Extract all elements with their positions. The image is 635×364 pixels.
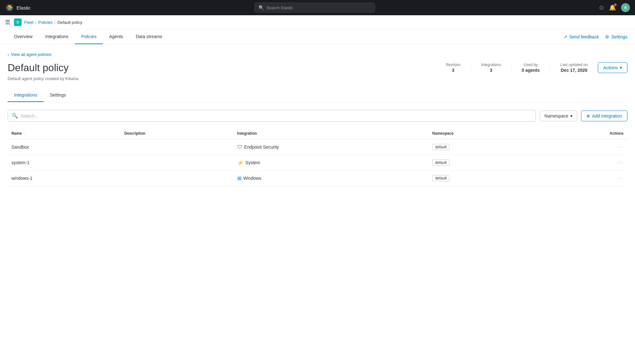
actions-button[interactable]: Actions ▾ [598,62,627,73]
namespace-filter-button[interactable]: Namespace ▾ [540,111,577,121]
revision-label: Revision [446,63,460,67]
nav-right-actions: ↗ Send feedback ⚙ Settings [564,34,627,39]
namespace-badge: default [432,159,449,166]
breadcrumb-bar: ☰ D Fleet / Policies / Default policy [0,15,635,30]
topbar: Elastic 🔍 Search Elastic ⊙ 🔔 A [0,0,635,15]
menu-toggle-button[interactable]: ☰ [5,19,10,26]
main-nav: Overview Integrations Policies Agents Da… [0,30,635,44]
user-avatar[interactable]: A [621,3,630,12]
col-header-name: Name ↑ [8,128,121,139]
table-row: Sandbox 🛡 Endpoint Security default ··· [8,139,627,155]
search-icon: 🔍 [259,5,264,10]
global-search-box[interactable]: 🔍 Search Elastic [254,3,375,13]
integration-name: Windows [243,176,261,181]
actions-label: Actions [603,65,618,70]
policy-title-area: Default policy [8,62,69,74]
help-icon[interactable]: ⊙ [599,4,604,11]
table-row: system-1 ⚡ System default ··· [8,155,627,171]
system-icon: ⚡ [237,160,244,166]
row-name: system-1 [8,155,121,171]
endpoint-security-icon: 🛡 [237,144,242,150]
app-logo[interactable]: Elastic [5,3,30,12]
row-integration: ⚡ System [233,155,429,171]
gear-icon: ⚙ [605,34,609,39]
app-icon-badge: D [14,18,22,26]
back-to-policies-link[interactable]: ‹ View all agent policies [8,52,627,57]
meta-divider-1 [470,62,471,73]
send-feedback-label: Send feedback [569,34,599,39]
policy-meta: Revision 3 Integrations 3 Used by 0 agen… [446,62,627,73]
search-input-icon: 🔍 [12,113,18,119]
used-by-meta: Used by 0 agents [522,63,540,73]
integration-cell: 🛡 Endpoint Security [237,144,425,150]
add-integration-label: Add integration [592,113,622,118]
last-updated-label: Last updated on [560,63,588,67]
breadcrumb-fleet-link[interactable]: Fleet [24,20,33,25]
breadcrumb: Fleet / Policies / Default policy [24,20,82,25]
meta-divider-2 [511,62,511,73]
last-updated-value: Dec 17, 2020 [561,68,587,73]
revision-value: 3 [452,68,455,73]
revision-meta: Revision 3 [446,63,460,73]
content-area: ‹ View all agent policies Default policy… [0,44,635,194]
windows-icon: ⊞ [237,175,241,181]
search-area: 🔍 Search Elastic [34,3,595,13]
integrations-count-label: Integrations [481,63,501,67]
tab-data-streams[interactable]: Data streams [129,30,168,44]
col-header-actions: Actions [542,128,627,139]
last-updated-meta: Last updated on Dec 17, 2020 [560,63,588,73]
table-body: Sandbox 🛡 Endpoint Security default ··· … [8,139,627,186]
row-name: Sandbox [8,139,121,155]
namespace-chevron-icon: ▾ [570,113,572,118]
integration-name: System [246,160,260,165]
integrations-search-wrap[interactable]: 🔍 [8,110,536,122]
meta-divider-3 [550,62,550,73]
col-header-description: Description [121,128,233,139]
row-actions-button[interactable]: ··· [618,144,624,150]
row-actions: ··· [542,139,627,155]
breadcrumb-current: Default policy [57,20,82,25]
tab-policies[interactable]: Policies [75,30,103,44]
integrations-search-input[interactable] [21,113,532,118]
sub-tabs: Integrations Settings [8,89,627,102]
used-by-value: 0 agents [522,68,540,73]
table-header-row: Name ↑ Description Integration Namespace… [8,128,627,139]
settings-button[interactable]: ⚙ Settings [605,34,627,39]
breadcrumb-policies-link[interactable]: Policies [38,20,53,25]
svg-point-3 [7,7,9,9]
col-header-namespace: Namespace [429,128,542,139]
row-description [121,139,233,155]
sub-tab-integrations[interactable]: Integrations [8,89,44,102]
integration-cell: ⚡ System [237,160,425,166]
policy-title: Default policy [8,62,69,74]
row-actions: ··· [542,171,627,186]
notifications-icon[interactable]: 🔔 [609,4,616,11]
row-name: windows-1 [8,171,121,186]
search-placeholder-text: Search Elastic [267,5,293,10]
integration-name: Endpoint Security [244,145,279,150]
settings-label: Settings [611,34,627,39]
namespace-label: Namespace [544,113,568,118]
tab-overview[interactable]: Overview [8,30,39,44]
row-namespace: default [429,139,542,155]
chevron-down-icon: ▾ [620,65,622,70]
back-link-text: View all agent policies [11,52,51,57]
add-integration-button[interactable]: ⊕ Add integration [581,111,627,121]
table-row: windows-1 ⊞ Windows default ··· [8,171,627,186]
tab-agents[interactable]: Agents [103,30,130,44]
sort-icon: ↑ [23,131,25,135]
table-head: Name ↑ Description Integration Namespace… [8,128,627,139]
app-name: Elastic [17,5,30,10]
sub-tab-settings[interactable]: Settings [44,89,72,102]
chevron-left-icon: ‹ [8,52,9,57]
breadcrumb-sep-1: / [35,20,37,25]
send-feedback-button[interactable]: ↗ Send feedback [564,34,599,39]
svg-point-4 [10,7,12,9]
row-actions-button[interactable]: ··· [618,160,624,165]
row-integration: ⊞ Windows [233,171,429,186]
topbar-right: ⊙ 🔔 A [599,3,630,12]
row-actions-button[interactable]: ··· [618,175,624,181]
integrations-count-value: 3 [490,68,492,73]
tab-integrations[interactable]: Integrations [39,30,75,44]
integration-cell: ⊞ Windows [237,175,425,181]
